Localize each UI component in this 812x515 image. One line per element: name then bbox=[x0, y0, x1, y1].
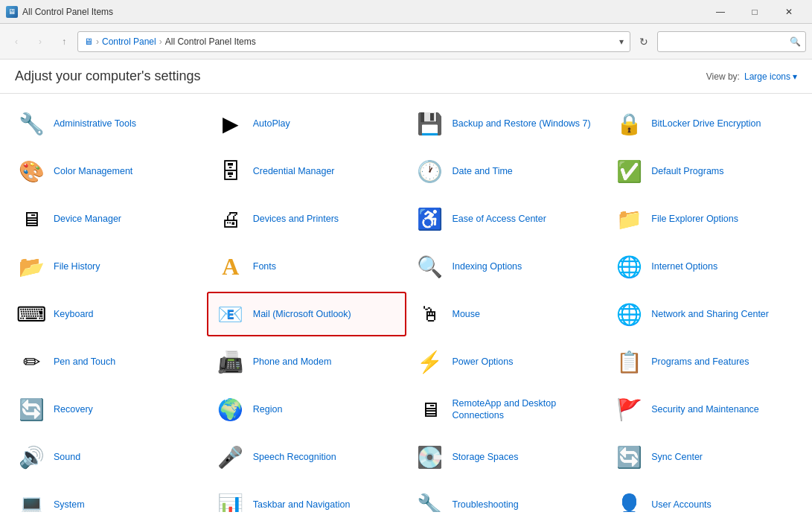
refresh-button[interactable]: ↻ bbox=[633, 31, 654, 52]
control-panel-item[interactable]: AFonts bbox=[207, 244, 406, 289]
item-icon: 🎤 bbox=[216, 442, 246, 472]
item-label: Recovery bbox=[54, 403, 93, 415]
up-button[interactable]: ↑ bbox=[54, 31, 74, 52]
item-label: Sync Center bbox=[651, 451, 703, 463]
item-label: System bbox=[54, 499, 85, 511]
item-icon: 🔍 bbox=[415, 252, 445, 281]
control-panel-item[interactable]: 🗄Credential Manager bbox=[207, 149, 406, 193]
item-icon: 📂 bbox=[16, 252, 46, 281]
minimize-button[interactable]: — bbox=[703, 0, 738, 24]
control-panel-item[interactable]: 📊Taskbar and Navigation bbox=[207, 482, 406, 512]
control-panel-item[interactable]: ▶AutoPlay bbox=[207, 101, 406, 146]
chevron-down-icon: ▾ bbox=[793, 71, 797, 82]
item-label: Internet Options bbox=[651, 260, 717, 272]
page-title-text: Adjust your computer's settings bbox=[15, 68, 201, 83]
item-icon: 📋 bbox=[614, 347, 644, 377]
control-panel-item[interactable]: 💽Storage Spaces bbox=[406, 435, 606, 479]
control-panel-item[interactable]: 🕐Date and Time bbox=[406, 149, 606, 193]
page-title: Adjust your computer's settings bbox=[15, 68, 201, 84]
control-panel-item[interactable]: 📠Phone and Modem bbox=[207, 339, 406, 384]
item-label: Phone and Modem bbox=[253, 356, 332, 368]
back-button[interactable]: ‹ bbox=[6, 31, 27, 52]
control-panel-item[interactable]: 👤User Accounts bbox=[605, 482, 805, 512]
item-icon: 🎨 bbox=[16, 156, 46, 186]
control-panel-item[interactable]: 🌐Network and Sharing Center bbox=[605, 292, 805, 336]
item-icon: 🖥 bbox=[16, 204, 46, 234]
item-icon: 📠 bbox=[216, 347, 246, 377]
control-panel-item[interactable]: 🌐Internet Options bbox=[605, 244, 805, 289]
search-bar[interactable]: 🔍 bbox=[657, 31, 806, 52]
control-panel-item[interactable]: 💾Backup and Restore (Windows 7) bbox=[406, 101, 606, 146]
item-label: Devices and Printers bbox=[253, 213, 339, 225]
view-by-dropdown[interactable]: Large icons ▾ bbox=[744, 71, 797, 82]
control-panel-item[interactable]: ⚡Power Options bbox=[406, 339, 606, 384]
item-label: Date and Time bbox=[453, 165, 513, 177]
breadcrumb-control-panel[interactable]: Control Panel bbox=[102, 36, 156, 47]
item-icon: 🗄 bbox=[216, 156, 246, 186]
control-panel-item[interactable]: 🖱Mouse bbox=[406, 292, 606, 336]
item-label: Mouse bbox=[453, 308, 481, 320]
item-label: Default Programs bbox=[651, 165, 723, 177]
control-panel-item[interactable]: 🚩Security and Maintenance bbox=[605, 387, 805, 432]
item-label: Pen and Touch bbox=[54, 356, 115, 368]
item-icon: 📊 bbox=[216, 490, 246, 512]
item-icon: ▶ bbox=[216, 109, 246, 138]
item-label: Credential Manager bbox=[253, 165, 335, 177]
control-panel-item[interactable]: 📧Mail (Microsoft Outlook) bbox=[207, 292, 406, 336]
control-panel-item[interactable]: 🖥Device Manager bbox=[7, 196, 207, 241]
control-panel-item[interactable]: 🎤Speech Recognition bbox=[207, 435, 406, 479]
control-panel-item[interactable]: ✅Default Programs bbox=[605, 149, 805, 193]
item-label: Troubleshooting bbox=[453, 499, 519, 511]
item-label: Administrative Tools bbox=[54, 118, 136, 129]
item-label: Network and Sharing Center bbox=[651, 308, 769, 320]
item-icon: A bbox=[216, 252, 246, 281]
control-panel-item[interactable]: ✏Pen and Touch bbox=[7, 339, 207, 384]
item-icon: 👤 bbox=[614, 490, 644, 512]
item-icon: 📁 bbox=[614, 204, 644, 234]
item-label: Device Manager bbox=[54, 213, 121, 225]
search-icon: 🔍 bbox=[790, 36, 801, 47]
item-icon: 🖱 bbox=[415, 299, 445, 329]
item-icon: ⚡ bbox=[415, 347, 445, 377]
item-label: Indexing Options bbox=[453, 260, 522, 272]
item-icon: ⌨ bbox=[16, 299, 46, 329]
breadcrumb[interactable]: 🖥 › Control Panel › All Control Panel It… bbox=[77, 31, 630, 52]
control-panel-item[interactable]: 📂File History bbox=[7, 244, 207, 289]
item-label: Keyboard bbox=[54, 308, 94, 320]
title-bar-left: 🖥 All Control Panel Items bbox=[6, 6, 113, 18]
item-label: Color Management bbox=[54, 165, 132, 177]
control-panel-item[interactable]: 🎨Color Management bbox=[7, 149, 207, 193]
breadcrumb-dropdown-icon[interactable]: ▾ bbox=[619, 36, 624, 47]
control-panel-item[interactable]: 🔍Indexing Options bbox=[406, 244, 606, 289]
item-label: File History bbox=[54, 260, 100, 272]
item-label: Sound bbox=[54, 451, 80, 463]
page-header: Adjust your computer's settings View by:… bbox=[0, 60, 812, 94]
control-panel-item[interactable]: 🌍Region bbox=[207, 387, 406, 432]
item-icon: 🖥 bbox=[415, 394, 445, 424]
control-panel-item[interactable]: 📁File Explorer Options bbox=[605, 196, 805, 241]
control-panel-item[interactable]: 📋Programs and Features bbox=[605, 339, 805, 384]
breadcrumb-home[interactable]: 🖥 bbox=[84, 36, 93, 47]
item-label: Taskbar and Navigation bbox=[253, 499, 351, 511]
control-panel-item[interactable]: 🖥RemoteApp and Desktop Connections bbox=[406, 387, 606, 432]
control-panel-item[interactable]: 🖨Devices and Printers bbox=[207, 196, 406, 241]
view-by-value: Large icons bbox=[744, 71, 790, 82]
view-by: View by: Large icons ▾ bbox=[706, 71, 797, 82]
control-panel-item[interactable]: 🔄Recovery bbox=[7, 387, 207, 432]
app-icon: 🖥 bbox=[6, 6, 18, 18]
control-panel-item[interactable]: ⌨Keyboard bbox=[7, 292, 207, 336]
control-panel-item[interactable]: 🔧Troubleshooting bbox=[406, 482, 606, 512]
item-label: AutoPlay bbox=[253, 118, 290, 129]
control-panel-item[interactable]: 🔄Sync Center bbox=[605, 435, 805, 479]
control-panel-item[interactable]: 🔒BitLocker Drive Encryption bbox=[605, 101, 805, 146]
control-panel-item[interactable]: 🔊Sound bbox=[7, 435, 207, 479]
search-input[interactable] bbox=[662, 36, 790, 47]
close-button[interactable]: ✕ bbox=[772, 0, 806, 24]
item-label: Backup and Restore (Windows 7) bbox=[453, 118, 591, 129]
control-panel-item[interactable]: 🔧Administrative Tools bbox=[7, 101, 207, 146]
control-panel-item[interactable]: ♿Ease of Access Center bbox=[406, 196, 606, 241]
forward-button[interactable]: › bbox=[30, 31, 51, 52]
item-label: Fonts bbox=[253, 260, 276, 272]
maximize-button[interactable]: □ bbox=[738, 0, 772, 24]
control-panel-item[interactable]: 💻System bbox=[7, 482, 207, 512]
